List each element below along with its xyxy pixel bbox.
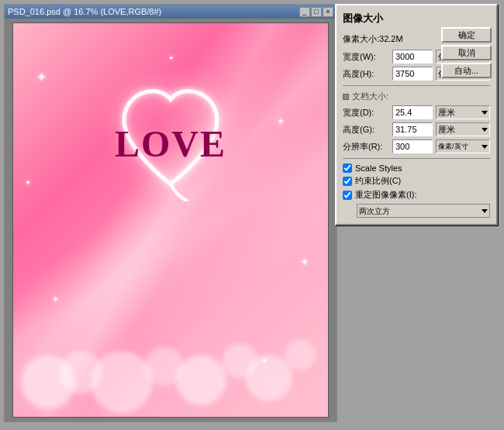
width-input[interactable] — [392, 50, 433, 64]
divider-2 — [343, 158, 490, 159]
resolution-input[interactable] — [392, 139, 433, 153]
maximize-button[interactable]: □ — [311, 7, 322, 17]
height-label: 高度(H): — [343, 68, 389, 80]
photoshop-window: PSD_016.psd @ 16.7% (LOVE,RGB/8#) _ □ × … — [4, 4, 337, 422]
resolution-unit-select[interactable]: 像素/英寸 — [436, 139, 490, 153]
constrain-label: 约束比例(C) — [355, 175, 401, 187]
canvas-area: ✦ ✦ ✦ ✦ ✦ ✦ ✦ — [5, 19, 337, 421]
width-label: 宽度(W): — [343, 51, 389, 63]
scale-styles-label: Scale Styles — [355, 163, 402, 173]
dialog-title: 图像大小 — [343, 12, 490, 26]
doc-height-input[interactable] — [392, 122, 433, 136]
scale-styles-checkbox[interactable] — [343, 163, 352, 173]
ok-button[interactable]: 确定 — [441, 27, 492, 43]
resample-checkbox[interactable] — [343, 191, 352, 200]
doc-width-unit-select[interactable]: 厘米 — [436, 105, 490, 119]
doc-height-unit-select[interactable]: 厘米 — [436, 122, 490, 136]
title-bar: PSD_016.psd @ 16.7% (LOVE,RGB/8#) _ □ × — [5, 5, 337, 19]
title-bar-buttons[interactable]: _ □ × — [299, 7, 333, 17]
doc-width-row: 宽度(D): 厘米 — [343, 105, 490, 119]
sparkle-7: ✦ — [168, 54, 174, 62]
doc-height-label: 高度(G): — [343, 124, 389, 136]
doc-size-label: 文档大小: — [343, 91, 490, 102]
scale-styles-row: Scale Styles — [343, 163, 490, 173]
doc-width-label: 宽度(D): — [343, 107, 389, 119]
sparkle-2: ✦ — [277, 116, 285, 127]
image-canvas: ✦ ✦ ✦ ✦ ✦ ✦ ✦ — [12, 22, 329, 418]
sparkle-5: ✦ — [52, 294, 59, 304]
minimize-button[interactable]: _ — [299, 7, 310, 17]
resample-select-row: 两次立方 — [343, 204, 490, 218]
resample-method-select[interactable]: 两次立方 — [357, 204, 490, 218]
close-button[interactable]: × — [323, 7, 333, 17]
doc-height-row: 高度(G): 厘米 — [343, 122, 490, 136]
resolution-label: 分辨率(R): — [343, 141, 389, 153]
love-text: LOVE — [115, 122, 226, 165]
constrain-checkbox[interactable] — [343, 177, 352, 186]
constrain-row: 约束比例(C) — [343, 175, 490, 187]
sparkle-3: ✦ — [25, 178, 31, 187]
sparkle-1: ✦ — [36, 70, 47, 84]
bokeh-hearts — [13, 308, 328, 417]
divider-1 — [343, 85, 490, 86]
window-title: PSD_016.psd @ 16.7% (LOVE,RGB/8#) — [8, 7, 161, 16]
cancel-button[interactable]: 取消 — [441, 45, 492, 60]
heart-shape: LOVE — [109, 85, 233, 201]
doc-width-input[interactable] — [392, 105, 433, 119]
auto-button[interactable]: 自动... — [441, 63, 492, 78]
image-size-dialog: 图像大小 像素大小:32.2M 宽度(W): 像素 高度(H): 像素 文档大小… — [335, 4, 498, 225]
resample-label: 重定图像像素(I): — [355, 189, 416, 201]
sparkle-4: ✦ — [300, 256, 309, 268]
height-input[interactable] — [392, 67, 433, 81]
resolution-row: 分辨率(R): 像素/英寸 — [343, 139, 490, 153]
heart-container: LOVE — [93, 85, 248, 240]
resample-checkbox-row: 重定图像像素(I): — [343, 189, 490, 201]
